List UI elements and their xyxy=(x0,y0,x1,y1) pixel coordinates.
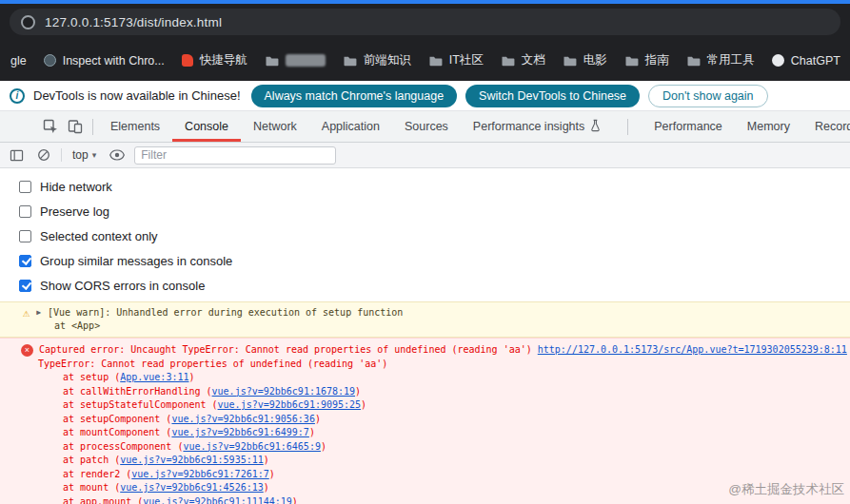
chatgpt-icon xyxy=(772,54,784,67)
warning-text: [Vue warn]: Unhandled error during execu… xyxy=(48,307,403,318)
tab-recorder[interactable]: Recorder xyxy=(802,111,850,142)
flame-icon xyxy=(182,54,193,67)
omnibox[interactable]: 127.0.0.1:5173/dist/index.html xyxy=(10,9,840,35)
error-icon: × xyxy=(21,344,33,357)
divider xyxy=(61,148,62,162)
source-link[interactable]: App.vue:3:11 xyxy=(120,372,188,382)
stack-frame: at mountComponent (vue.js?v=92bb6c91:649… xyxy=(0,426,850,440)
bookmark-item-inspect[interactable]: Inspect with Chro... xyxy=(35,48,173,73)
divider xyxy=(92,119,93,135)
stack-frame: at patch (vue.js?v=92bb6c91:5935:11) xyxy=(0,454,850,468)
site-info-icon[interactable] xyxy=(21,15,35,29)
source-link[interactable]: vue.js?v=92bb6c91:5935:11 xyxy=(120,455,264,465)
bookmark-folder-docs[interactable]: 文档 xyxy=(492,47,554,74)
folder-icon xyxy=(265,55,279,67)
bookmark-item-chatgpt[interactable]: ChatGPT xyxy=(763,48,849,73)
url-text[interactable]: 127.0.0.1:5173/dist/index.html xyxy=(45,15,222,29)
source-link[interactable]: vue.js?v=92bb6c91:7261:7 xyxy=(131,469,269,479)
tab-application[interactable]: Application xyxy=(309,111,392,142)
context-selector[interactable]: top ▾ xyxy=(69,148,100,162)
stack-frame: at setupStatefulComponent (vue.js?v=92bb… xyxy=(0,398,850,413)
setting-preserve-log[interactable]: Preserve log xyxy=(19,199,850,223)
flask-icon xyxy=(589,119,602,135)
extension-icon xyxy=(44,54,56,67)
bookmark-folder-frontend[interactable]: 前端知识 xyxy=(334,47,420,74)
error-text: Captured error: Uncaught TypeError: Cann… xyxy=(39,343,532,358)
setting-group-similar[interactable]: Group similar messages in console xyxy=(19,248,850,273)
address-bar: 127.0.0.1:5173/dist/index.html xyxy=(0,4,850,40)
source-link[interactable]: http://127.0.0.1:5173/src/App.vue?t=1719… xyxy=(538,343,847,358)
stack-frame: at processComponent (vue.js?v=92bb6c91:6… xyxy=(0,440,850,455)
bookmark-item-quick-nav[interactable]: 快捷导航 xyxy=(173,47,256,74)
filter-input[interactable] xyxy=(134,146,336,165)
source-link[interactable]: vue.js?v=92bb6c91:11144:19 xyxy=(143,496,292,504)
checkbox[interactable] xyxy=(19,205,31,218)
bookmarks-bar: gle Inspect with Chro... 快捷导航 前端知识 IT社区 … xyxy=(0,40,850,81)
source-link[interactable]: vue.js?v=92bb6c91:4526:13 xyxy=(120,482,264,493)
folder-icon xyxy=(343,55,357,67)
stack-frame: at setup (App.vue:3:11) xyxy=(0,371,850,385)
clear-console-icon[interactable] xyxy=(33,145,54,165)
info-icon: i xyxy=(10,88,25,104)
bookmark-folder-blurred[interactable] xyxy=(256,48,334,72)
setting-show-cors-errors[interactable]: Show CORS errors in console xyxy=(19,273,850,298)
console-sidebar-icon[interactable] xyxy=(6,145,27,165)
switch-devtools-chinese-button[interactable]: Switch DevTools to Chinese xyxy=(465,85,640,107)
folder-icon xyxy=(624,55,639,67)
checkbox[interactable] xyxy=(19,255,31,267)
always-match-language-button[interactable]: Always match Chrome's language xyxy=(251,85,458,107)
tab-performance-insights[interactable]: Performance insights xyxy=(461,111,614,142)
divider xyxy=(627,119,628,135)
bookmark-folder-tools[interactable]: 常用工具 xyxy=(678,47,763,74)
bookmark-item-gle[interactable]: gle xyxy=(2,48,35,73)
folder-icon xyxy=(563,55,577,67)
device-toolbar-icon[interactable] xyxy=(63,115,88,138)
console-settings: Hide network Preserve log Selected conte… xyxy=(0,168,850,301)
stack-frame: at callWithErrorHandling (vue.js?v=92bb6… xyxy=(0,385,850,399)
setting-selected-context-only[interactable]: Selected context only xyxy=(19,223,850,248)
source-link[interactable]: vue.js?v=92bb6c91:9056:36 xyxy=(171,414,315,424)
tab-memory[interactable]: Memory xyxy=(735,111,802,142)
checkbox[interactable] xyxy=(19,181,31,193)
dont-show-again-button[interactable]: Don't show again xyxy=(648,85,768,107)
source-link[interactable]: vue.js?v=92bb6c91:9095:25 xyxy=(218,399,362,410)
tab-sources[interactable]: Sources xyxy=(392,111,461,142)
bookmark-folder-it[interactable]: IT社区 xyxy=(420,47,492,74)
folder-icon xyxy=(686,55,701,67)
setting-hide-network[interactable]: Hide network xyxy=(19,174,850,199)
folder-icon xyxy=(501,55,515,67)
console-toolbar: top ▾ xyxy=(0,143,850,168)
tab-console[interactable]: Console xyxy=(172,111,241,142)
expand-arrow-icon[interactable]: ▶ xyxy=(36,308,41,317)
console-error-message: × Captured error: Uncaught TypeError: Ca… xyxy=(0,338,850,504)
checkbox[interactable] xyxy=(19,230,31,242)
tab-performance[interactable]: Performance xyxy=(642,111,735,142)
source-link[interactable]: vue.js?v=92bb6c91:6499:7 xyxy=(171,427,309,437)
stack-frame: at mount (vue.js?v=92bb6c91:4526:13) xyxy=(0,481,850,495)
bookmark-folder-movies[interactable]: 电影 xyxy=(554,47,616,74)
console-warning-message: ⚠ ▶ [Vue warn]: Unhandled error during e… xyxy=(0,301,850,338)
blurred-label xyxy=(286,54,326,67)
tab-network[interactable]: Network xyxy=(241,111,309,142)
devtools-tab-bar: Elements Console Network Application Sou… xyxy=(0,111,850,143)
error-type-line: TypeError: Cannot read properties of und… xyxy=(0,358,850,372)
stack-frame: at setupComponent (vue.js?v=92bb6c91:905… xyxy=(0,413,850,427)
inspect-element-icon[interactable] xyxy=(38,115,63,138)
eye-icon[interactable] xyxy=(107,145,128,165)
warning-icon: ⚠ xyxy=(23,307,30,319)
chevron-down-icon: ▾ xyxy=(92,150,97,160)
tab-elements[interactable]: Elements xyxy=(98,111,172,142)
source-link[interactable]: vue.js?v=92bb6c91:6465:9 xyxy=(183,441,321,452)
devtools-language-notice: i DevTools is now available in Chinese! … xyxy=(0,81,850,111)
warning-text-at: at <App> xyxy=(0,320,850,333)
stack-frame: at app.mount (vue.js?v=92bb6c91:11144:19… xyxy=(0,495,850,504)
notice-message: DevTools is now available in Chinese! xyxy=(33,88,241,103)
source-link[interactable]: vue.js?v=92bb6c91:1678:19 xyxy=(212,386,356,397)
bookmark-folder-guide[interactable]: 指南 xyxy=(616,47,678,74)
stack-frame: at render2 (vue.js?v=92bb6c91:7261:7) xyxy=(0,468,850,482)
checkbox[interactable] xyxy=(19,280,31,292)
watermark: @稀土掘金技术社区 xyxy=(728,481,844,498)
folder-icon xyxy=(428,55,443,67)
